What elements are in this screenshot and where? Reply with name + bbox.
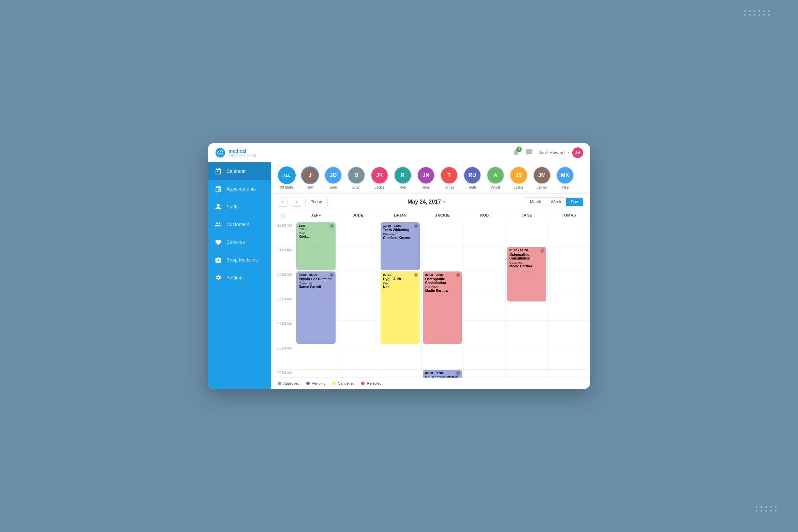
- all-btn[interactable]: ALL: [278, 166, 296, 184]
- tomas-hour-5: [548, 345, 590, 370]
- jude-hour-2: [337, 271, 379, 296]
- jane-hour-5: [506, 345, 548, 370]
- sidebar-item-staffs[interactable]: Staffs: [208, 198, 271, 216]
- date-dropdown-icon[interactable]: ▾: [443, 200, 445, 204]
- jeff-appt-1-close[interactable]: ✕: [329, 224, 334, 228]
- time-column: 12:00 AM 01:00 AM 02:00 AM 03:00 AM 04:0…: [271, 222, 295, 378]
- brian-hour-5: [379, 345, 421, 370]
- brian-appt-2-close[interactable]: ✕: [414, 273, 418, 278]
- staff-angel-avatar: A: [487, 166, 504, 184]
- rob-slots: [463, 222, 505, 378]
- staff-jeff-name: Jeff: [307, 186, 313, 189]
- col-header-jackie: JACKIE: [422, 210, 464, 222]
- jeff-appt-2[interactable]: ✕ 02:00 - 05:00 Physio Consultation Cust…: [296, 271, 336, 344]
- staff-jeff-face: J: [302, 167, 318, 183]
- sidebar-item-shop-medicine[interactable]: Shop Medicine: [208, 251, 271, 269]
- time-0500am: 05:00 AM: [271, 345, 295, 370]
- sidebar-label-shop-medicine: Shop Medicine: [226, 257, 258, 263]
- staff-ruth-name: Ruth: [469, 186, 476, 189]
- all-staff-button[interactable]: ALL 30 Staffs: [278, 166, 296, 189]
- tomas-slots: [548, 222, 590, 378]
- staff-angel-name: Angel: [491, 186, 500, 189]
- brian-hour-6: [379, 370, 421, 378]
- jeff-appt-1-customer-label: Cust: [299, 232, 333, 235]
- jeff-appt-1[interactable]: ✕ 12:0Initi... Cust Kevi... — — —: [296, 222, 336, 270]
- staff-james-avatar: JM: [533, 166, 551, 184]
- col-tomas: [548, 222, 590, 378]
- view-toggles: Month Week Day: [525, 197, 583, 206]
- staff-jackie[interactable]: JK Jackie: [371, 166, 388, 189]
- staff-ruth-face: RU: [464, 167, 481, 183]
- sidebar-item-appointments[interactable]: Appointments: [208, 180, 271, 198]
- today-button[interactable]: Today: [305, 198, 328, 206]
- staff-jane[interactable]: JN Jane: [417, 166, 435, 189]
- col-header-jude: JUDE: [337, 210, 380, 222]
- notification-bell[interactable]: 3: [513, 148, 520, 157]
- jane-hour-0: [506, 222, 548, 247]
- jeff-appt-2-service: Physio Consultation: [299, 277, 333, 281]
- content-area: ALL 30 Staffs J Jeff JD Jude: [271, 162, 590, 389]
- logo-sub: PREMIUM CARE: [228, 154, 256, 157]
- staff-rob-name: Rob: [400, 186, 406, 189]
- sidebar-item-customers[interactable]: Customers: [208, 216, 271, 233]
- staff-tomas-face: T: [441, 167, 457, 183]
- tomas-hour-1: [548, 247, 590, 271]
- staff-jessie-name: Jessie: [514, 186, 523, 189]
- jane-appt-1-close[interactable]: ✕: [540, 248, 545, 253]
- calendar-date: May 24, 2017 ▾: [332, 199, 521, 205]
- staff-jane-face: JN: [418, 167, 434, 183]
- staff-jude[interactable]: JD Jude: [324, 166, 342, 189]
- legend-cancelled: Cancelled: [332, 381, 354, 385]
- staff-tomas-name: Tomas: [444, 186, 454, 189]
- svg-point-0: [216, 148, 225, 158]
- staff-jessie[interactable]: JS Jessie: [510, 166, 528, 189]
- jeff-appt-2-time: 02:00 - 05:00: [299, 273, 333, 277]
- jane-appt-1[interactable]: ✕ 01:00 - 03:00 Osteopathic Consultation…: [507, 247, 546, 301]
- staff-jane-name: Jane: [422, 186, 430, 189]
- brian-appt-2[interactable]: ✕ 02:0... Hyg... & Ph... Cus Nor... — — …: [381, 271, 420, 344]
- staff-angel[interactable]: A Angel: [487, 166, 504, 189]
- calendar-grid-wrapper: JEFF JUDE BRIAN JACKIE ROB JANE TOMAS 12…: [271, 210, 590, 378]
- week-view-button[interactable]: Week: [546, 198, 566, 206]
- all-label: ALL: [283, 173, 290, 177]
- rob-hour-6: [463, 370, 505, 378]
- sidebar-item-calendar[interactable]: Calendar: [208, 162, 271, 180]
- staff-jeff[interactable]: J Jeff: [301, 166, 319, 189]
- staff-ruth[interactable]: RU Ruth: [463, 166, 481, 189]
- chat-icon[interactable]: [526, 148, 533, 157]
- jackie-appt-1-close[interactable]: ✕: [456, 273, 460, 278]
- sidebar-item-settings[interactable]: Settings: [208, 269, 271, 286]
- staff-brian[interactable]: B Brian: [348, 166, 365, 189]
- jackie-appt-2[interactable]: ✕ 06:00 - 08:00 Physio Consultation Cust…: [423, 370, 462, 378]
- brian-appt-1-time: 12:00 - 02:00: [383, 224, 417, 227]
- calendar-grid: JEFF JUDE BRIAN JACKIE ROB JANE TOMAS 12…: [271, 210, 590, 378]
- staff-tomas[interactable]: T Tomas: [440, 166, 458, 189]
- staff-mike[interactable]: MK Mike: [556, 166, 574, 189]
- brian-appt-1-close[interactable]: ✕: [414, 224, 418, 228]
- jackie-appt-2-close[interactable]: ✕: [456, 371, 460, 376]
- prev-button[interactable]: ‹: [278, 197, 287, 207]
- jackie-hour-0: [422, 222, 463, 247]
- jeff-appt-2-customer-label: Customer: [299, 282, 333, 285]
- month-view-button[interactable]: Month: [525, 198, 546, 206]
- rob-hour-2: [463, 271, 505, 296]
- jeff-appt-2-close[interactable]: ✕: [329, 273, 334, 278]
- jackie-appt-1-customer: Madie Bartlow: [425, 289, 460, 293]
- sidebar-item-services[interactable]: Services: [208, 233, 271, 251]
- day-view-button[interactable]: Day: [566, 198, 583, 206]
- time-0100am: 01:00 AM: [271, 247, 295, 271]
- jackie-appt-1[interactable]: ✕ 02:00 - 05:00 Osteopathic Consultation…: [423, 271, 462, 344]
- header-right: 3 Jane Howard ▾ JH: [513, 147, 583, 158]
- staff-james[interactable]: JM James: [533, 166, 551, 189]
- brian-appt-1[interactable]: ✕ 12:00 - 02:00 Teeth Whitening Customer…: [381, 222, 420, 270]
- time-0300am: 03:00 AM: [271, 296, 295, 321]
- user-info[interactable]: Jane Howard ▾ JH: [538, 147, 583, 158]
- legend-dot-approved: [278, 382, 281, 385]
- rob-hour-1: [463, 247, 505, 271]
- staff-brian-face: B: [348, 167, 365, 183]
- next-button[interactable]: ›: [292, 197, 301, 207]
- jeff-hour-6: [295, 370, 337, 378]
- legend-label-cancelled: Cancelled: [338, 381, 354, 385]
- all-sub-label: 30 Staffs: [280, 186, 293, 189]
- staff-rob[interactable]: R Rob: [394, 166, 412, 189]
